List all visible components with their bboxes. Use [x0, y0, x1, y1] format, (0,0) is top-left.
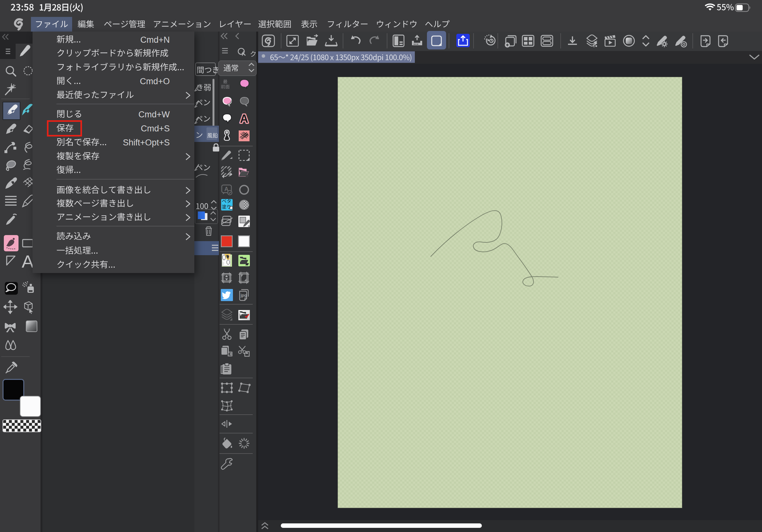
svg-text:jpg: jpg: [240, 293, 247, 298]
svg-text:A: A: [240, 112, 248, 125]
